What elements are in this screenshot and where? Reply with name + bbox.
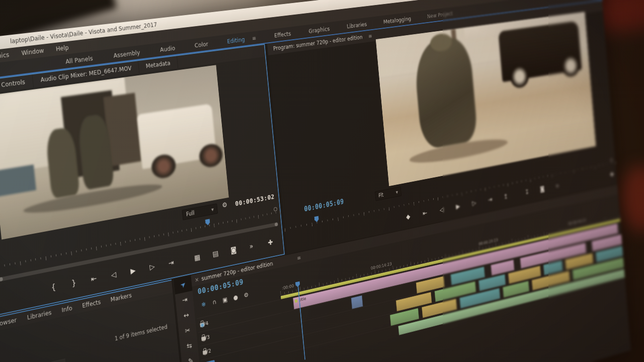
play-button[interactable]: ▶ [452, 199, 463, 214]
timeline-settings-icon[interactable]: ⚙ [240, 289, 252, 302]
mark-out-button[interactable]: } [66, 275, 82, 292]
go-to-in-button[interactable]: ⇤ [419, 206, 431, 221]
razor-tool-icon: ✂ [184, 322, 191, 339]
source-zoom-value: Full [186, 210, 195, 218]
track-output-eye-icon[interactable]: ◉ [200, 321, 205, 328]
go-to-out-button[interactable]: ⇥ [164, 255, 178, 272]
track-select-forward-tool-icon: ⇥ [181, 292, 188, 309]
snap-icon[interactable]: ∩ [208, 296, 220, 309]
close-icon[interactable]: × [194, 274, 200, 286]
ruler-label: :00:00 [282, 283, 294, 291]
play-button[interactable]: ▶ [126, 262, 140, 280]
panel-menu-icon[interactable]: ≡ [296, 252, 301, 264]
go-to-in-button[interactable]: ⇤ [87, 270, 102, 288]
workspace-tab-color[interactable]: Color [194, 37, 209, 53]
more-buttons[interactable]: » [552, 179, 562, 193]
menu-item-help[interactable]: Help [55, 41, 69, 55]
go-to-out-button[interactable]: ⇥ [485, 193, 496, 207]
linked-selection-icon[interactable]: ▣ [219, 293, 231, 307]
chevron-down-icon: ▾ [211, 205, 214, 214]
track-output-eye-icon[interactable]: ◉ [201, 335, 206, 342]
insert-overwrite-as-nests-icon[interactable]: ❄ [198, 298, 210, 312]
project-file-tab[interactable]: Summer_2017.prproj [0, 358, 66, 362]
background-red-glow [619, 166, 644, 231]
insert-button[interactable]: ▦ [190, 249, 204, 266]
export-frame-button[interactable]: ◙ [537, 182, 547, 196]
zoom-handle-right[interactable] [275, 222, 278, 226]
extract-button[interactable]: ↧ [522, 185, 532, 199]
step-back-button[interactable]: ◁ [106, 266, 121, 284]
overwrite-button[interactable]: ▤ [209, 246, 222, 262]
track-output-eye-icon[interactable]: ◉ [202, 348, 207, 356]
clip-label: title [299, 296, 306, 302]
chevron-down-icon: ▾ [395, 188, 398, 197]
button-editor-add[interactable]: ✚ [607, 168, 617, 182]
source-timecode[interactable]: 00:00:53:02 [235, 193, 275, 207]
more-buttons[interactable]: » [245, 238, 258, 254]
scene-table [0, 164, 36, 197]
program-zoom-value: Fit [378, 192, 384, 199]
add-marker-button[interactable]: ◆ [402, 209, 414, 224]
slip-tool-icon: ⇆ [186, 338, 193, 354]
tab-info[interactable]: Info [56, 301, 78, 318]
pen-tool-icon: ✎ [187, 353, 194, 362]
add-marker-icon[interactable]: ● [230, 291, 242, 304]
ruler-label: 00:00:29:23 [478, 237, 498, 246]
zoom-handle-left[interactable] [0, 277, 3, 282]
step-back-button[interactable]: ◁ [436, 203, 447, 217]
step-forward-button[interactable]: ▷ [468, 196, 479, 210]
track-target-v1[interactable]: V1 [204, 360, 215, 362]
mark-in-button[interactable]: { [46, 279, 61, 296]
lift-button[interactable]: ↥ [500, 190, 511, 204]
selection-status: 1 of 9 items selected [114, 323, 168, 342]
ripple-edit-tool-icon: ↔ [183, 307, 190, 324]
button-editor-add[interactable]: ✚ [264, 235, 277, 251]
tab-media-browser[interactable]: Media Browser [0, 312, 23, 337]
source-settings-icon[interactable]: ⚙ [222, 201, 228, 209]
clip-fx-badge [295, 299, 298, 303]
workspace-tab-audio[interactable]: Audio [159, 41, 176, 57]
ruler-label: 00:00:14:23 [370, 261, 391, 271]
premiere-window: laptop\Daile - Visota\Daile - Visota and… [8, 0, 631, 362]
selection-tool-icon: ➤ [177, 278, 190, 293]
panel-menu-icon[interactable]: ≡ [368, 33, 372, 39]
step-forward-button[interactable]: ▷ [145, 258, 159, 275]
export-frame-button[interactable]: ◙ [227, 242, 240, 258]
workspace-menu-icon[interactable]: ≡ [252, 31, 257, 45]
